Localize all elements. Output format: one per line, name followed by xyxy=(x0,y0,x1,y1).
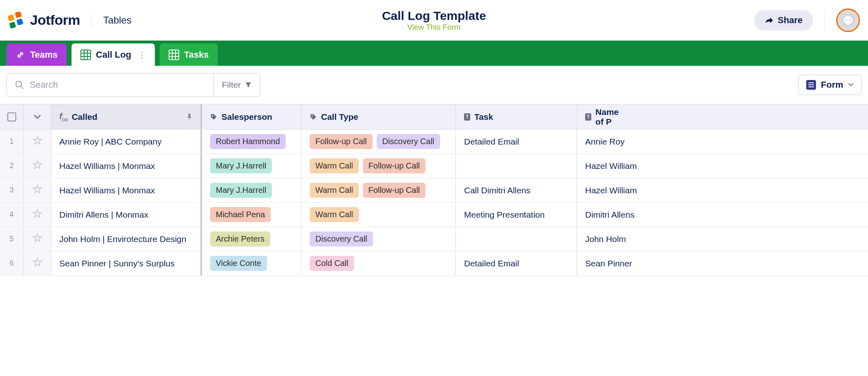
search-input[interactable] xyxy=(30,80,205,90)
logo-area: Jotform Tables xyxy=(8,12,131,29)
cell-salesperson[interactable]: Mary J.Harrell xyxy=(201,178,302,202)
table-row[interactable]: 1Annie Roy | ABC CompanyRobert HammondFo… xyxy=(0,130,868,154)
pin-icon[interactable] xyxy=(187,113,192,121)
table-row[interactable]: 4Dimitri Allens | MonmaxMichael PenaWarm… xyxy=(0,203,868,227)
row-star[interactable] xyxy=(24,178,51,202)
row-star[interactable] xyxy=(24,251,51,275)
svg-point-5 xyxy=(846,19,847,20)
cell-call-type[interactable]: Warm CallFollow-up Call xyxy=(302,154,456,178)
cell-task[interactable]: Detailed Email xyxy=(456,251,577,275)
cell-called[interactable]: John Holm | Envirotecture Design xyxy=(51,227,201,251)
logo[interactable]: Jotform xyxy=(8,12,80,29)
view-form-link[interactable]: View This Form xyxy=(382,23,486,32)
row-number: 4 xyxy=(0,203,24,227)
cell-called[interactable]: Annie Roy | ABC Company xyxy=(51,130,201,153)
cell-task[interactable] xyxy=(456,154,577,178)
column-called[interactable]: f(x) Called xyxy=(51,104,201,129)
expand-header[interactable] xyxy=(24,104,51,129)
call-type-tag[interactable]: Warm Call xyxy=(310,183,359,198)
cell-task[interactable]: Detailed Email xyxy=(456,130,577,153)
cell-name[interactable]: Annie Roy xyxy=(577,130,637,153)
cell-call-type[interactable]: Follow-up CallDiscovery Call xyxy=(302,130,456,153)
cell-call-type[interactable]: Cold Call xyxy=(302,251,456,275)
table-row[interactable]: 6Sean Pinner | Sunny's SurplusVickie Con… xyxy=(0,251,868,276)
row-star[interactable] xyxy=(24,203,51,227)
share-button[interactable]: Share xyxy=(754,10,813,30)
cell-name[interactable]: Hazel William xyxy=(577,154,637,178)
cell-call-type[interactable]: Warm CallFollow-up Call xyxy=(302,178,456,202)
filter-button[interactable]: Filter xyxy=(214,73,260,97)
svg-rect-0 xyxy=(8,14,15,22)
cell-name[interactable]: John Holm xyxy=(577,227,637,251)
toolbar: Filter Form xyxy=(0,66,868,104)
cell-call-type[interactable]: Warm Call xyxy=(302,203,456,227)
chevron-down-icon xyxy=(848,83,854,87)
search-wrap[interactable] xyxy=(7,73,214,97)
row-star[interactable] xyxy=(24,227,51,251)
call-type-tag[interactable]: Discovery Call xyxy=(377,134,440,149)
cell-name[interactable]: Sean Pinner xyxy=(577,251,637,275)
cell-called[interactable]: Sean Pinner | Sunny's Surplus xyxy=(51,251,201,275)
svg-line-18 xyxy=(21,86,23,89)
table-row[interactable]: 3Hazel Williams | MonmaxMary J.HarrellWa… xyxy=(0,178,868,203)
form-icon xyxy=(806,80,816,90)
cell-task[interactable]: Meeting Presentation xyxy=(456,203,577,227)
salesperson-tag[interactable]: Mary J.Harrell xyxy=(210,158,272,173)
row-star[interactable] xyxy=(24,130,51,153)
salesperson-tag[interactable]: Vickie Conte xyxy=(210,256,267,271)
salesperson-tag[interactable]: Mary J.Harrell xyxy=(210,183,272,198)
checkbox-icon xyxy=(7,112,16,121)
cell-called[interactable]: Hazel Williams | Monmax xyxy=(51,154,201,178)
header: Jotform Tables Call Log Template View Th… xyxy=(0,0,868,41)
column-name-label: Name of P xyxy=(595,107,629,127)
row-star[interactable] xyxy=(24,154,51,178)
avatar-icon xyxy=(840,12,857,29)
cell-salesperson[interactable]: Robert Hammond xyxy=(201,130,302,153)
tab-teams-label: Teams xyxy=(30,50,58,60)
call-type-tag[interactable]: Cold Call xyxy=(310,256,354,271)
cell-salesperson[interactable]: Michael Pena xyxy=(201,203,302,227)
cell-called[interactable]: Hazel Williams | Monmax xyxy=(51,178,201,202)
share-icon xyxy=(765,17,774,24)
call-type-tag[interactable]: Follow-up Call xyxy=(310,134,373,149)
row-number: 5 xyxy=(0,227,24,251)
product-label[interactable]: Tables xyxy=(103,15,131,26)
table-row[interactable]: 5John Holm | Envirotecture DesignArchie … xyxy=(0,227,868,251)
cell-task[interactable]: Call Dimitri Allens xyxy=(456,178,577,202)
cell-called[interactable]: Dimitri Allens | Monmax xyxy=(51,203,201,227)
call-type-tag[interactable]: Warm Call xyxy=(310,158,359,173)
cell-name[interactable]: Hazel William xyxy=(577,178,637,202)
tab-call-log[interactable]: Call Log ⋮ xyxy=(72,43,155,66)
tab-tasks[interactable]: Tasks xyxy=(160,43,218,66)
salesperson-tag[interactable]: Michael Pena xyxy=(210,207,271,222)
select-all-header[interactable] xyxy=(0,104,24,129)
call-type-tag[interactable]: Follow-up Call xyxy=(363,158,426,173)
column-task[interactable]: T Task xyxy=(456,104,577,129)
star-icon xyxy=(33,257,42,269)
form-view-button[interactable]: Form xyxy=(799,75,861,95)
cell-salesperson[interactable]: Archie Peters xyxy=(201,227,302,251)
cell-task[interactable] xyxy=(456,227,577,251)
tab-teams[interactable]: Teams xyxy=(7,43,67,66)
column-salesperson[interactable]: Salesperson xyxy=(201,104,302,129)
tabs-bar: Teams Call Log ⋮ Tasks xyxy=(0,41,868,66)
call-type-tag[interactable]: Warm Call xyxy=(310,207,359,222)
user-avatar[interactable] xyxy=(836,9,860,32)
salesperson-tag[interactable]: Robert Hammond xyxy=(210,134,286,149)
share-label: Share xyxy=(778,15,803,26)
column-name[interactable]: T Name of P xyxy=(577,104,637,129)
page-title: Call Log Template xyxy=(382,9,486,23)
column-call-type[interactable]: Call Type xyxy=(302,104,456,129)
salesperson-tag[interactable]: Archie Peters xyxy=(210,231,270,246)
cell-salesperson[interactable]: Vickie Conte xyxy=(201,251,302,275)
table-row[interactable]: 2Hazel Williams | MonmaxMary J.HarrellWa… xyxy=(0,154,868,178)
cell-call-type[interactable]: Discovery Call xyxy=(302,227,456,251)
brand-name: Jotform xyxy=(30,12,80,28)
call-type-tag[interactable]: Follow-up Call xyxy=(363,183,426,198)
call-type-tag[interactable]: Discovery Call xyxy=(310,231,373,246)
cell-name[interactable]: Dimitri Allens xyxy=(577,203,637,227)
filter-label: Filter xyxy=(222,80,241,90)
tab-more-icon[interactable]: ⋮ xyxy=(138,53,146,56)
star-icon xyxy=(33,136,42,147)
cell-salesperson[interactable]: Mary J.Harrell xyxy=(201,154,302,178)
